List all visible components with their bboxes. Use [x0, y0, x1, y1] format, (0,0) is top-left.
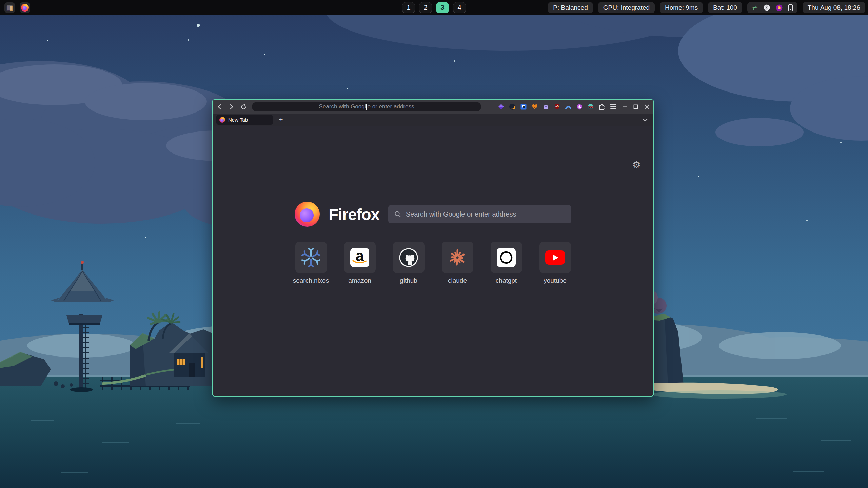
reload-button[interactable] — [240, 103, 247, 110]
battery-indicator: Bat: 100 — [708, 2, 742, 13]
shortcut-claude[interactable]: claude — [442, 242, 473, 284]
metamask-fox-extension-icon[interactable] — [531, 103, 538, 110]
network-latency-indicator: Home: 9ms — [660, 2, 703, 13]
bluetooth-icon[interactable] — [764, 4, 770, 11]
extensions-puzzle-icon[interactable] — [598, 103, 605, 110]
tab-title: New Tab — [228, 117, 248, 123]
list-all-tabs-button[interactable] — [642, 117, 649, 123]
urlbar-placeholder-before: Search with Googl — [319, 103, 366, 110]
firefox-logo — [295, 202, 320, 227]
youtube-play-icon — [545, 250, 565, 265]
tab-strip: New Tab + — [213, 114, 653, 126]
search-icon — [394, 211, 401, 218]
shortcut-chatgpt[interactable]: chatgpt — [491, 242, 522, 284]
close-button[interactable] — [644, 104, 650, 110]
workspace-4[interactable]: 4 — [453, 2, 466, 13]
system-tray: ✂ — [747, 2, 797, 13]
chatgpt-openai-icon — [497, 248, 516, 267]
shortcut-grid: search.nixos a amazon — [213, 242, 653, 284]
amazon-icon: a — [350, 248, 369, 267]
dark-moon-extension-icon[interactable] — [509, 103, 516, 110]
personalize-gear-button[interactable]: ⚙ — [630, 159, 643, 171]
flame-app-icon[interactable] — [776, 4, 783, 11]
firefox-window: Search with Googl e or enter address — [212, 99, 654, 396]
shortcut-search-nixos[interactable]: search.nixos — [295, 242, 327, 284]
text-caret — [366, 104, 367, 110]
taskbar: ▦ 1 2 3 4 P: Balanced GPU: Integrated Ho… — [0, 0, 868, 15]
firefox-wordmark: Firefox — [329, 205, 379, 224]
forward-button[interactable] — [228, 103, 235, 110]
app-launcher-button[interactable]: ▦ — [4, 2, 15, 13]
workspace-switcher: 1 2 3 4 — [402, 2, 466, 13]
shortcut-youtube[interactable]: youtube — [539, 242, 571, 284]
newtab-page: ⚙ Firefox Search with Google or enter ad… — [213, 126, 653, 396]
minimize-button[interactable] — [622, 104, 628, 110]
clock: Thu Aug 08, 18:26 — [803, 2, 865, 13]
screenshot-scissors-icon[interactable]: ✂ — [751, 3, 759, 12]
newtab-search-placeholder: Search with Google or enter address — [406, 210, 516, 218]
app-grid-icon: ▦ — [6, 4, 13, 11]
gem-extension-icon[interactable] — [498, 103, 505, 110]
hexagon-extension-icon[interactable] — [576, 103, 583, 110]
app-menu-button[interactable] — [610, 103, 616, 110]
new-tab-button[interactable]: + — [276, 115, 285, 124]
github-octocat-icon — [399, 248, 418, 267]
urlbar-placeholder-after: e or enter address — [367, 103, 414, 110]
back-button[interactable] — [216, 103, 223, 110]
ublock-badge-text: uO — [554, 105, 560, 107]
phone-device-icon[interactable] — [788, 4, 793, 11]
ublock-origin-extension-icon[interactable]: uO — [554, 103, 560, 110]
newtab-search-input[interactable]: Search with Google or enter address — [388, 205, 571, 223]
workspace-1[interactable]: 1 — [402, 2, 415, 13]
vpn-arc-extension-icon[interactable] — [565, 103, 572, 110]
browser-toolbar: Search with Googl e or enter address — [213, 100, 653, 114]
avatar-goggles-extension-icon[interactable] — [587, 103, 594, 110]
gpu-indicator: GPU: Integrated — [598, 2, 655, 13]
workspace-3-active[interactable]: 3 — [436, 2, 449, 13]
firefox-launcher-button[interactable] — [20, 2, 30, 13]
maximize-button[interactable] — [633, 104, 639, 110]
firefox-icon — [21, 4, 29, 12]
shortcut-github[interactable]: github — [393, 242, 425, 284]
ghostery-extension-icon[interactable] — [542, 103, 549, 110]
tab-new-tab[interactable]: New Tab — [216, 115, 273, 125]
claude-starburst-icon — [448, 248, 467, 267]
tab-favicon-firefox-icon — [219, 117, 225, 123]
power-profile-indicator: P: Balanced — [548, 2, 593, 13]
workspace-2[interactable]: 2 — [419, 2, 432, 13]
url-bar[interactable]: Search with Googl e or enter address — [252, 102, 481, 111]
nixos-snowflake-icon — [301, 248, 321, 267]
shortcut-amazon[interactable]: a amazon — [344, 242, 376, 284]
password-shield-extension-icon[interactable] — [520, 103, 527, 110]
